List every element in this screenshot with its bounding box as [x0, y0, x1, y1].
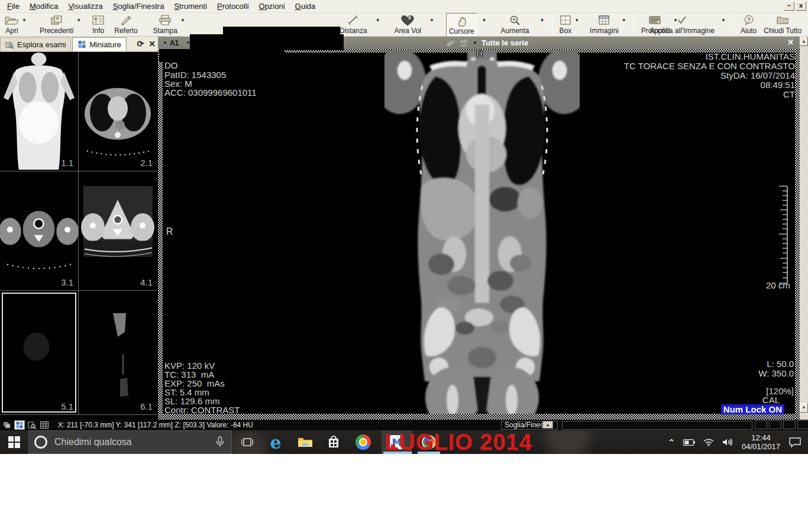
speaker-icon[interactable]	[722, 438, 733, 446]
thumbnail-2-1[interactable]: 2.1	[79, 52, 157, 171]
close-button[interactable]: x	[796, 1, 806, 11]
previous-studies-icon	[50, 14, 63, 26]
start-button[interactable]	[0, 430, 28, 454]
search-placeholder: Chiedimi qualcosa	[54, 437, 132, 447]
tray-chevron-icon[interactable]: ⌃	[668, 437, 675, 447]
window-value: W: 350.0	[676, 369, 794, 378]
cortana-search-box[interactable]: Chiedimi qualcosa	[28, 430, 232, 454]
menu-file[interactable]: File	[2, 1, 25, 12]
refresh-icon[interactable]: ⟳	[137, 39, 144, 48]
menu-strumenti[interactable]: Strumenti	[169, 1, 212, 12]
minimize-button[interactable]: –	[784, 1, 794, 11]
apri-dropdown[interactable]: ▼	[22, 18, 27, 23]
sync-series-icon[interactable]	[460, 39, 468, 47]
image-grid-icon	[598, 14, 610, 26]
menu-visualizza[interactable]: Visualizza	[63, 1, 108, 12]
area-vol-dropdown[interactable]: ▼	[429, 18, 434, 23]
close-all-folder-icon	[776, 14, 789, 26]
aumenta-dropdown[interactable]: ▼	[540, 18, 545, 23]
immagini-button[interactable]: Immagini	[587, 13, 621, 35]
precedenti-button[interactable]: Precedenti	[37, 13, 76, 35]
applica-dropdown[interactable]: ▼	[721, 18, 726, 23]
scroll-up-icon[interactable]: ▲	[800, 37, 808, 46]
cursore-dropdown[interactable]: ▼	[482, 18, 487, 23]
ct-coronal-image[interactable]	[384, 50, 580, 414]
grid-view-icon[interactable]	[39, 420, 50, 430]
menu-opzioni[interactable]: Opzioni	[254, 1, 290, 12]
explorer-view-icon[interactable]	[2, 420, 12, 430]
miniature-grid-icon	[77, 40, 86, 48]
study-time-line: 08:49:51	[547, 80, 795, 90]
area-vol-button[interactable]: Area Vol	[392, 13, 424, 35]
scroll-down-icon[interactable]: ▼	[800, 403, 808, 413]
series-selector-label[interactable]: Tutte le serie	[481, 38, 528, 47]
panel-close-icon[interactable]: ✕	[148, 39, 156, 48]
thumbnail-6-1[interactable]: 6.1	[79, 291, 157, 415]
magnifier-view-icon[interactable]	[27, 420, 37, 430]
series-panel: Esplora esami Miniature ⟳ ✕	[0, 37, 158, 420]
menu-modifica[interactable]: Modifica	[25, 1, 63, 12]
chiudi-tutto-button[interactable]: Chiudi Tutto	[761, 13, 804, 35]
cell-a1-dropdown[interactable]: ▼	[163, 40, 167, 46]
file-explorer-taskbar-icon[interactable]	[292, 430, 318, 454]
stampa-dropdown[interactable]: ▼	[180, 18, 185, 23]
open-folder-icon	[5, 14, 19, 26]
redaction-box	[178, 61, 260, 70]
aumenta-button[interactable]: Aumenta	[499, 13, 532, 35]
miniature-view-icon[interactable]	[14, 420, 25, 430]
aiuto-button[interactable]: ? Aiuto	[738, 13, 759, 35]
zoom-in-icon	[509, 14, 521, 26]
wifi-icon[interactable]	[703, 439, 714, 446]
system-tray: ⌃ 12:44 04/01/2017	[664, 430, 808, 454]
applica-button[interactable]: Applica all'Immagine	[644, 13, 720, 35]
menu-protocolli[interactable]: Protocolli	[212, 1, 254, 12]
referto-button[interactable]: Referto	[112, 13, 140, 35]
wallpaper-month-text: LUGLIO 2014	[384, 430, 532, 454]
redaction-box	[190, 34, 344, 50]
mode-dropdown-icon[interactable]: ▲	[542, 421, 553, 429]
tray-date: 04/01/2017	[742, 442, 780, 451]
tab-miniature[interactable]: Miniature	[72, 37, 126, 51]
microphone-icon[interactable]	[216, 436, 224, 448]
thumbnail-4-1[interactable]: 4.1	[79, 171, 157, 291]
apri-button[interactable]: Apri	[2, 13, 21, 35]
tab-esplora-esami[interactable]: Esplora esami	[0, 37, 71, 51]
thumbnail-5-1[interactable]: 5.1	[0, 291, 79, 415]
cal-flag: CAL	[661, 395, 780, 405]
task-view-button[interactable]	[235, 430, 259, 454]
precedenti-dropdown[interactable]: ▼	[76, 18, 81, 23]
distanza-dropdown[interactable]: ▼	[376, 18, 380, 23]
institution-line: IST.CLIN.HUMANITAS	[547, 52, 795, 61]
immagini-dropdown[interactable]: ▼	[622, 18, 626, 23]
box-dropdown[interactable]: ▼	[574, 18, 579, 23]
stampa-button[interactable]: Stampa	[151, 13, 180, 35]
edge-taskbar-icon[interactable]: e	[263, 430, 289, 454]
chrome-taskbar-icon[interactable]	[350, 430, 376, 454]
link-series-icon[interactable]	[447, 39, 455, 47]
info-button[interactable]: Info	[89, 13, 107, 35]
image-viewport[interactable]: ▼ A1 ▼ 2D ▼ Tutte le serie ✕	[158, 37, 808, 420]
menu-soglia-finestra[interactable]: Soglia/Finestra	[108, 1, 170, 12]
distanza-button[interactable]: Distanza	[337, 13, 370, 35]
thumbnail-1-1[interactable]: 1.1	[0, 52, 79, 171]
menu-bar: File Modifica Visualizza Soglia/Finestra…	[0, 0, 808, 13]
viewport-border	[795, 49, 800, 420]
cursore-button[interactable]: Cursore	[446, 13, 477, 36]
tray-clock[interactable]: 12:44 04/01/2017	[742, 433, 780, 451]
distance-measure-icon	[347, 14, 359, 26]
series-dropdown[interactable]: ▼	[473, 40, 477, 46]
viewport-close-icon[interactable]: ✕	[787, 38, 794, 47]
level-value: L: 50.0	[676, 359, 794, 369]
store-taskbar-icon[interactable]	[321, 430, 347, 454]
thumbnail-3-1[interactable]: 3.1	[0, 171, 79, 291]
explore-exams-icon	[5, 41, 14, 49]
series-scrollbar[interactable]: ▲ ▼	[800, 37, 808, 420]
cell-label: A1	[170, 39, 179, 47]
contrast-line: Contr: CONTRAST	[164, 406, 240, 415]
battery-icon[interactable]	[683, 439, 695, 446]
box-button[interactable]: Box	[557, 13, 574, 35]
viewport-border	[158, 49, 163, 420]
ruler-label: 20 cm	[766, 280, 790, 290]
menu-guida[interactable]: Guida	[290, 1, 321, 12]
action-center-icon[interactable]	[789, 437, 801, 447]
